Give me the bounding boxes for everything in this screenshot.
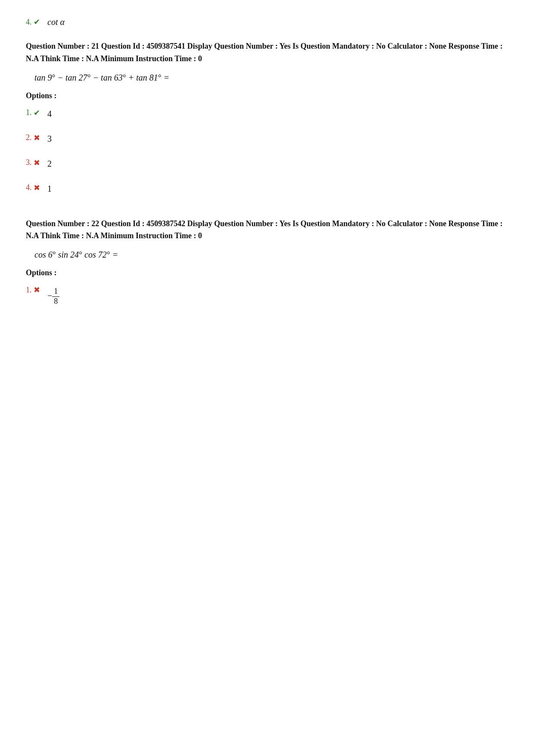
- q22-option-1: 1. ✖ −18: [26, 285, 508, 306]
- question-22-section: Question Number : 22 Question Id : 45093…: [26, 218, 508, 306]
- fraction-numerator: 1: [52, 287, 59, 297]
- q22-option-1-value: −18: [47, 287, 59, 306]
- q21-option-3: 3. ✖ 2: [26, 158, 508, 175]
- question-21-formula: tan 9° − tan 27° − tan 63° + tan 81° =: [34, 73, 508, 83]
- q21-opt4-cross-icon: ✖: [34, 183, 40, 193]
- q21-opt1-check-icon: ✔: [34, 108, 40, 118]
- question-21-section: Question Number : 21 Question Id : 45093…: [26, 40, 508, 200]
- question-21-meta: Question Number : 21 Question Id : 45093…: [26, 40, 508, 65]
- q21-option-4-value: 1: [47, 184, 52, 194]
- q22-opt1-num-label: 1.: [26, 286, 32, 295]
- fraction-1-8: 18: [52, 287, 59, 306]
- q21-opt3-num-label: 3.: [26, 158, 32, 167]
- q22-opt1-cross-icon: ✖: [34, 285, 40, 295]
- prior-answer-num-label: 4.: [26, 18, 32, 27]
- q21-option-2-number: 2. ✖: [26, 133, 43, 143]
- q21-opt4-num-label: 4.: [26, 183, 32, 192]
- question-22-meta: Question Number : 22 Question Id : 45093…: [26, 218, 508, 243]
- prior-answer-number: 4. ✔: [26, 17, 43, 27]
- prior-answer-value: cot α: [47, 17, 65, 27]
- question-21-options-label: Options :: [26, 91, 508, 100]
- check-icon: ✔: [34, 17, 40, 27]
- q21-option-4-number: 4. ✖: [26, 183, 43, 193]
- q21-option-1: 1. ✔ 4: [26, 108, 508, 125]
- q21-option-2: 2. ✖ 3: [26, 133, 508, 150]
- prior-answer-row: 4. ✔ cot α: [26, 17, 508, 27]
- q21-option-4: 4. ✖ 1: [26, 183, 508, 200]
- fraction-denominator: 8: [52, 297, 59, 306]
- q21-opt2-cross-icon: ✖: [34, 133, 40, 143]
- q21-option-3-value: 2: [47, 159, 52, 169]
- question-22-formula: cos 6° sin 24° cos 72° =: [34, 250, 508, 260]
- q21-option-1-value: 4: [47, 109, 52, 119]
- question-22-options-label: Options :: [26, 268, 508, 277]
- q21-opt3-cross-icon: ✖: [34, 158, 40, 168]
- q21-opt1-num-label: 1.: [26, 108, 32, 117]
- q21-option-2-value: 3: [47, 134, 52, 144]
- q21-opt2-num-label: 2.: [26, 133, 32, 142]
- q21-option-1-number: 1. ✔: [26, 108, 43, 118]
- q21-option-3-number: 3. ✖: [26, 158, 43, 168]
- q22-option-1-number: 1. ✖: [26, 285, 43, 295]
